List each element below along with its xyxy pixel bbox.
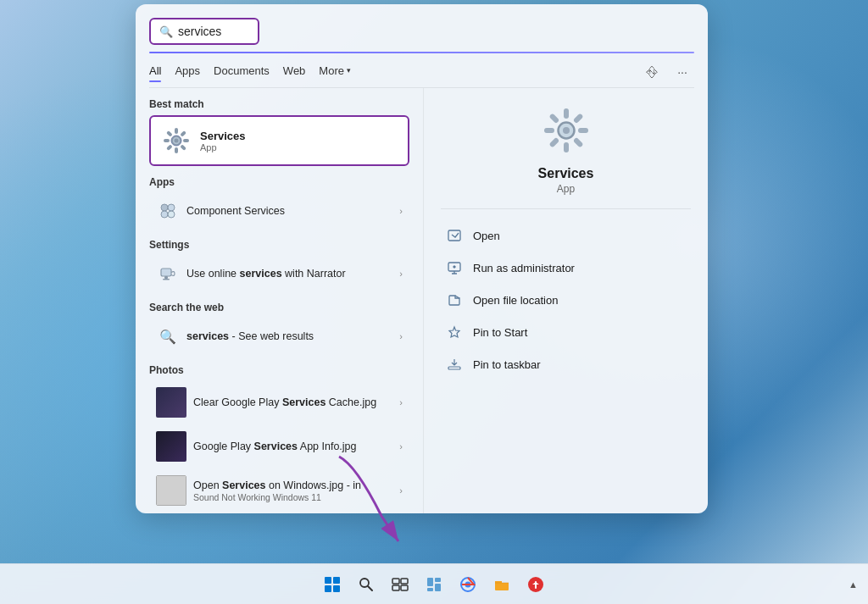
svg-rect-21 [544, 128, 554, 133]
taskbar-widgets[interactable] [419, 569, 449, 600]
chevron-icon-4: › [399, 397, 403, 407]
section-settings-title: Settings [149, 239, 409, 251]
list-item-photo-1[interactable]: Clear Google Play Services Cache.jpg › [149, 381, 409, 424]
best-match-sub: App [200, 142, 398, 152]
svg-rect-3 [164, 139, 170, 142]
svg-rect-16 [164, 276, 168, 279]
svg-rect-42 [401, 585, 408, 590]
best-match-item[interactable]: Services App [149, 115, 409, 166]
chevron-icon-5: › [399, 441, 403, 452]
svg-point-14 [168, 211, 175, 218]
component-services-icon [156, 199, 180, 223]
open-file-icon [444, 290, 465, 310]
more-options-icon[interactable]: ··· [670, 60, 694, 84]
search-content: Best match [136, 88, 708, 513]
tab-apps[interactable]: Apps [175, 64, 200, 80]
photo-thumb-3 [156, 475, 186, 506]
left-panel: Best match [136, 88, 424, 513]
taskbar-app6[interactable] [520, 569, 551, 600]
search-input-value: services [178, 25, 221, 38]
svg-rect-35 [325, 585, 331, 592]
taskbar-start[interactable] [317, 569, 348, 600]
taskbar-chrome[interactable] [453, 569, 483, 600]
narrator-label: Use online services with Narrator [186, 268, 399, 280]
svg-rect-25 [548, 113, 559, 124]
search-icon: 🔍 [159, 25, 173, 38]
svg-rect-8 [180, 144, 186, 151]
svg-rect-22 [578, 128, 588, 133]
svg-rect-31 [448, 367, 460, 369]
services-large-icon [541, 105, 592, 159]
pin-taskbar-icon [444, 354, 465, 374]
svg-rect-39 [392, 579, 399, 584]
tab-web[interactable]: Web [283, 64, 306, 80]
section-best-match-title: Best match [149, 98, 409, 110]
photo-2-text: Google Play Services App Info.jpg [193, 441, 399, 452]
chevron-icon-6: › [399, 485, 403, 496]
tab-all[interactable]: All [149, 64, 161, 80]
svg-rect-33 [325, 577, 331, 584]
svg-rect-40 [401, 579, 408, 584]
pin-start-label: Pin to Start [473, 326, 527, 339]
best-match-text: Services App [200, 130, 398, 152]
run-admin-label: Run as administrator [473, 262, 575, 274]
list-item-photo-3[interactable]: Open Services on Windows.jpg - in Sound … [149, 469, 409, 512]
svg-rect-36 [333, 585, 340, 592]
taskbar-taskview[interactable] [385, 569, 415, 600]
photo-thumb-1 [156, 387, 186, 418]
right-panel-header: Services App [441, 105, 691, 209]
svg-rect-46 [435, 584, 441, 591]
component-services-label: Component Services [186, 205, 399, 217]
tabs-right: ⛗ ··· [640, 60, 694, 84]
svg-line-38 [368, 586, 372, 590]
right-panel-sub: App [557, 183, 575, 195]
chevron-down-icon: ▾ [347, 66, 351, 75]
taskbar-center [317, 569, 551, 600]
svg-rect-15 [161, 269, 171, 276]
svg-point-11 [161, 204, 168, 211]
svg-point-12 [168, 204, 175, 211]
taskbar-search[interactable] [351, 569, 381, 600]
section-web-title: Search the web [149, 302, 409, 313]
action-pin-start[interactable]: Pin to Start [441, 316, 691, 348]
list-item-component-services[interactable]: Component Services › [149, 193, 409, 229]
photo-1-text: Clear Google Play Services Cache.jpg [193, 396, 399, 408]
svg-rect-23 [572, 113, 583, 124]
svg-rect-41 [392, 585, 399, 590]
svg-rect-1 [175, 128, 178, 134]
svg-point-10 [175, 139, 179, 143]
tab-more[interactable]: More ▾ [319, 64, 351, 80]
right-panel-title: Services [538, 166, 594, 181]
web-search-label: services - See web results [186, 330, 399, 342]
svg-rect-29 [448, 230, 460, 241]
search-box[interactable]: 🔍 services [149, 18, 259, 45]
svg-rect-19 [564, 108, 569, 119]
share-icon[interactable]: ⛗ [640, 60, 664, 84]
action-open-file[interactable]: Open file location [441, 284, 691, 316]
web-search-icon: 🔍 [156, 324, 180, 348]
tabs-row: All Apps Documents Web More ▾ ⛗ ··· [136, 53, 708, 87]
svg-rect-6 [166, 144, 173, 151]
svg-rect-7 [166, 130, 173, 137]
narrator-icon [156, 262, 180, 285]
svg-rect-44 [435, 578, 441, 582]
svg-rect-5 [180, 130, 186, 137]
list-item-photo-2[interactable]: Google Play Services App Info.jpg › [149, 425, 409, 468]
action-pin-taskbar[interactable]: Pin to taskbar [441, 348, 691, 380]
action-run-admin[interactable]: Run as administrator [441, 252, 691, 284]
svg-rect-43 [427, 578, 433, 586]
search-panel: 🔍 services All Apps Documents Web More ▾… [136, 4, 708, 513]
taskbar: ▲ [0, 563, 868, 604]
photo-3-text: Open Services on Windows.jpg - in Sound … [193, 479, 399, 502]
taskbar-chevron-up[interactable]: ▲ [849, 579, 858, 590]
list-item-narrator[interactable]: Use online services with Narrator › [149, 256, 409, 291]
list-item-web-search[interactable]: 🔍 services - See web results › [149, 319, 409, 354]
taskbar-explorer[interactable] [487, 569, 517, 600]
tab-documents[interactable]: Documents [214, 64, 270, 80]
svg-rect-20 [564, 142, 569, 152]
chevron-icon: › [399, 206, 403, 216]
svg-rect-4 [183, 139, 189, 142]
action-open[interactable]: Open [441, 219, 691, 252]
open-file-label: Open file location [473, 294, 558, 307]
pin-taskbar-label: Pin to taskbar [473, 358, 541, 371]
